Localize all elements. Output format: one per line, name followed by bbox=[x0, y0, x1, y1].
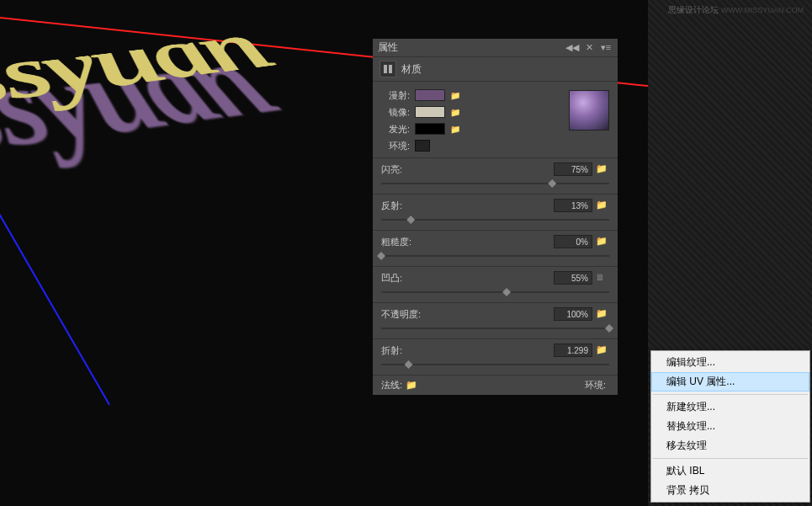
rough-input[interactable] bbox=[554, 235, 592, 248]
refract-input[interactable] bbox=[554, 344, 592, 357]
specular-label: 镜像: bbox=[381, 106, 410, 119]
panel-title: 属性 bbox=[378, 40, 562, 55]
menu-default-ibl[interactable]: 默认 IBL bbox=[651, 461, 809, 481]
svg-rect-1 bbox=[389, 65, 392, 73]
shine-block: 闪亮: 📁 bbox=[373, 157, 618, 194]
emit-folder[interactable]: 📁 bbox=[450, 123, 465, 135]
watermark: 思缘设计论坛 WWW.MISSYUAN.COM bbox=[668, 4, 804, 16]
normal-label: 法线: bbox=[381, 379, 402, 391]
watermark-main: 思缘设计论坛 bbox=[668, 5, 719, 14]
ambient-label: 环境: bbox=[381, 140, 410, 152]
material-colors-block: 漫射: 📁 镜像: 📁 发光: 📁 环境: bbox=[373, 81, 618, 157]
shine-input[interactable] bbox=[554, 162, 592, 176]
reflect-block: 反射: 📁 bbox=[373, 194, 618, 230]
material-icon[interactable] bbox=[379, 61, 396, 77]
section-label: 材质 bbox=[401, 62, 422, 77]
ambient-swatch[interactable] bbox=[415, 140, 430, 152]
bump-input[interactable] bbox=[554, 271, 592, 285]
menu-separator bbox=[653, 394, 808, 395]
watermark-url: WWW.MISSYUAN.COM bbox=[721, 6, 804, 14]
menu-bg-copy[interactable]: 背景 拷贝 bbox=[651, 481, 809, 500]
reflect-label: 反射: bbox=[381, 200, 550, 212]
rough-slider[interactable] bbox=[381, 249, 609, 263]
shine-folder[interactable]: 📁 bbox=[596, 163, 609, 175]
menu-remove-texture[interactable]: 移去纹理 bbox=[651, 436, 809, 455]
menu-edit-uv[interactable]: 编辑 UV 属性... bbox=[651, 372, 809, 391]
reflect-input[interactable] bbox=[554, 199, 592, 212]
shine-slider[interactable] bbox=[381, 177, 609, 190]
bump-block: 凹凸: 🗎 bbox=[373, 266, 618, 302]
opacity-slider[interactable] bbox=[381, 322, 609, 335]
menu-new-texture[interactable]: 新建纹理... bbox=[651, 397, 809, 417]
emit-swatch[interactable] bbox=[415, 123, 445, 135]
rough-folder[interactable]: 📁 bbox=[596, 236, 609, 248]
bump-texture-button[interactable]: 🗎 bbox=[596, 272, 609, 284]
panel-collapse-icon[interactable]: ◀◀ bbox=[565, 41, 579, 55]
rough-label: 粗糙度: bbox=[381, 236, 550, 248]
normal-folder[interactable]: 📁 bbox=[406, 380, 419, 391]
panel-menu-icon[interactable]: ▾≡ bbox=[599, 41, 613, 55]
panel-section-header: 材质 bbox=[373, 57, 618, 81]
properties-panel: 属性 ◀◀ ✕ ▾≡ 材质 漫射: 📁 镜像: 📁 发光: 📁 环境: bbox=[373, 39, 618, 395]
material-preview-sphere[interactable] bbox=[569, 90, 609, 130]
reflect-slider[interactable] bbox=[381, 213, 609, 226]
menu-replace-texture[interactable]: 替换纹理... bbox=[651, 417, 809, 436]
reflect-folder[interactable]: 📁 bbox=[596, 200, 609, 211]
menu-edit-texture[interactable]: 编辑纹理... bbox=[651, 353, 809, 372]
opacity-folder[interactable]: 📁 bbox=[596, 308, 609, 320]
bump-label: 凹凸: bbox=[381, 272, 550, 285]
diffuse-label: 漫射: bbox=[381, 89, 410, 102]
env-label: 环境: bbox=[585, 379, 606, 391]
refract-block: 折射: 📁 bbox=[373, 338, 618, 375]
refract-slider[interactable] bbox=[381, 358, 609, 371]
panel-titlebar[interactable]: 属性 ◀◀ ✕ ▾≡ bbox=[373, 39, 618, 57]
axis-z bbox=[0, 186, 110, 406]
shine-label: 闪亮: bbox=[381, 163, 550, 176]
diffuse-swatch[interactable] bbox=[415, 89, 445, 101]
refract-folder[interactable]: 📁 bbox=[596, 344, 609, 356]
panel-close-icon[interactable]: ✕ bbox=[582, 41, 596, 55]
svg-rect-0 bbox=[384, 65, 387, 73]
menu-separator bbox=[653, 458, 808, 459]
opacity-input[interactable] bbox=[554, 307, 592, 321]
emit-label: 发光: bbox=[381, 123, 410, 136]
panel-footer-row: 法线: 📁 环境: bbox=[373, 375, 618, 395]
specular-folder[interactable]: 📁 bbox=[450, 106, 465, 118]
bump-slider[interactable] bbox=[381, 285, 609, 299]
refract-label: 折射: bbox=[381, 344, 550, 357]
diffuse-folder[interactable]: 📁 bbox=[450, 89, 465, 101]
rough-block: 粗糙度: 📁 bbox=[373, 230, 618, 266]
texture-context-menu: 编辑纹理... 编辑 UV 属性... 新建纹理... 替换纹理... 移去纹理… bbox=[650, 350, 810, 503]
specular-swatch[interactable] bbox=[415, 106, 445, 118]
opacity-label: 不透明度: bbox=[381, 308, 550, 321]
opacity-block: 不透明度: 📁 bbox=[373, 302, 618, 338]
